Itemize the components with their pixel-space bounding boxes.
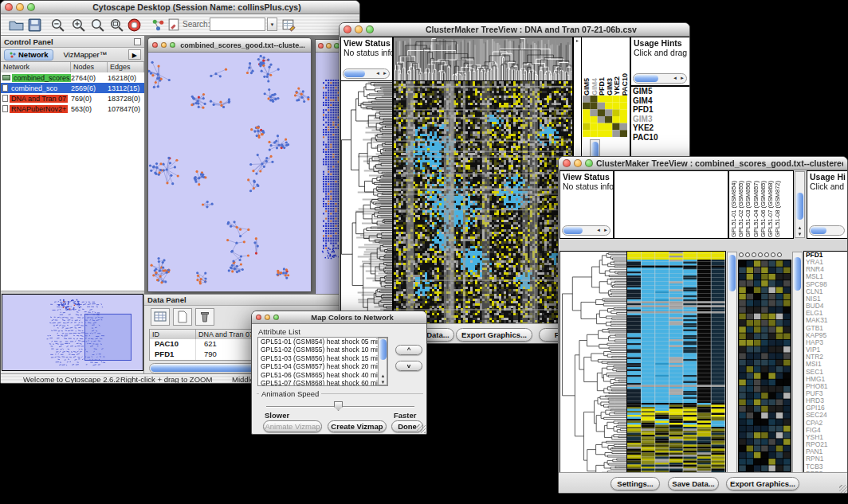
network-list-row[interactable]: combined_sco 2569(6) 13112(15) bbox=[1, 83, 144, 93]
attribute-list-item[interactable]: GPL51-07 (GSM868) heat shock 60 min bbox=[258, 379, 378, 386]
tv1-column-label[interactable]: GIM5 bbox=[584, 78, 591, 96]
window-controls[interactable] bbox=[5, 3, 35, 11]
new-attribute-icon[interactable] bbox=[173, 308, 192, 326]
vscroll-thumb[interactable] bbox=[379, 339, 387, 360]
tv1-row-dendrogram[interactable] bbox=[341, 81, 392, 323]
close-button[interactable] bbox=[344, 25, 351, 33]
create-vizmap-button[interactable]: Create Vizmap bbox=[328, 420, 387, 432]
expand-arrow-icon[interactable]: ▸ bbox=[574, 37, 581, 43]
tv2-column-label[interactable]: GPL51-02 (GSM855) bbox=[738, 181, 744, 237]
tv1-heatmap[interactable] bbox=[394, 81, 572, 323]
resize-grip[interactable] bbox=[839, 485, 848, 494]
tv2-column-dendrogram-area[interactable] bbox=[614, 171, 728, 238]
tv1-uh-scrollbar[interactable]: ◄► bbox=[633, 73, 687, 84]
treeview2-titlebar[interactable]: ClusterMaker TreeView : combined_scores_… bbox=[559, 157, 847, 170]
gene-list-item[interactable]: YKE2 bbox=[631, 123, 689, 133]
tv2-column-label[interactable]: GPL51-06 (GSM865) bbox=[760, 181, 767, 237]
tv2-column-label[interactable]: GPL51-07 (GSM868) bbox=[768, 181, 774, 237]
treeview1-titlebar[interactable]: ClusterMaker TreeView : DNA and Tran 07-… bbox=[340, 23, 689, 37]
minimize-button[interactable] bbox=[16, 3, 24, 11]
network-list-row[interactable]: DNA and Tran 07 769(0) 183728(0) bbox=[1, 93, 144, 104]
network-view1-titlebar[interactable]: combined_scores_good.txt--cluste... bbox=[148, 38, 311, 53]
attribute-list-item[interactable]: GPL51-06 (GSM865) heat shock 40 min bbox=[258, 371, 378, 379]
zoom-button[interactable] bbox=[27, 3, 35, 11]
tv2-zoom-heatmap[interactable] bbox=[739, 260, 791, 485]
close-button[interactable] bbox=[563, 159, 571, 167]
network-view1-canvas[interactable] bbox=[148, 53, 311, 292]
tv2-save-data-button[interactable]: Save Data... bbox=[668, 477, 719, 490]
move-down-button[interactable]: v bbox=[395, 361, 422, 371]
attribute-list-item[interactable]: GPL51-04 (GSM857) heat shock 20 min bbox=[258, 362, 378, 370]
tv1-column-label[interactable]: PFD1 bbox=[599, 77, 606, 96]
tv2-labels-vscrollbar[interactable]: ▲ ▼ bbox=[795, 171, 805, 238]
tv2-heatmap-vscrollbar[interactable] bbox=[727, 252, 737, 486]
scroll-right-icon[interactable]: ► bbox=[679, 74, 685, 83]
animate-vizmap-button[interactable]: Animate Vizmap bbox=[263, 420, 322, 432]
zoom-out-icon[interactable] bbox=[49, 16, 66, 33]
gene-list-item[interactable]: GIM4 bbox=[631, 96, 689, 106]
column-header-edges[interactable]: Edges bbox=[108, 62, 144, 72]
tv2-uh-scrollbar[interactable] bbox=[809, 225, 845, 236]
scroll-down-icon[interactable]: ▼ bbox=[379, 380, 387, 385]
delete-attribute-icon[interactable] bbox=[195, 308, 214, 326]
scroll-up-icon[interactable]: ▲ bbox=[379, 373, 387, 378]
gene-list-item[interactable]: GIM5 bbox=[631, 87, 689, 96]
tv1-column-label[interactable]: GIM4 bbox=[592, 78, 599, 96]
tv2-vs-scrollbar[interactable]: ◄► bbox=[562, 225, 610, 236]
attribute-table-icon[interactable] bbox=[280, 16, 297, 33]
attribute-list-item[interactable]: GPL51-02 (GSM855) heat shock 10 min bbox=[258, 346, 378, 354]
tv1-global-heatmap[interactable] bbox=[583, 96, 627, 137]
scroll-down-icon[interactable]: ▼ bbox=[795, 232, 804, 236]
zoom-fit-icon[interactable] bbox=[108, 16, 125, 33]
open-file-button[interactable] bbox=[7, 16, 25, 33]
attribute-list-item[interactable]: GPL51-03 (GSM856) heat shock 15 min bbox=[258, 354, 378, 362]
tv2-column-label[interactable]: GPL51-01 (GSM854) bbox=[731, 181, 737, 237]
vscroll-thumb[interactable] bbox=[728, 255, 736, 291]
resize-grip[interactable] bbox=[417, 424, 426, 433]
scroll-left-icon[interactable]: ◄ bbox=[595, 226, 602, 235]
scroll-left-icon[interactable]: ◄ bbox=[375, 69, 381, 78]
column-dot-icon[interactable] bbox=[777, 252, 782, 257]
zoom-selected-icon[interactable] bbox=[88, 16, 106, 33]
float-panel-icon[interactable] bbox=[134, 38, 141, 45]
main-titlebar[interactable]: Cytoscape Desktop (Session Name: collins… bbox=[1, 1, 359, 14]
gene-list-item[interactable]: PFD1 bbox=[631, 105, 689, 115]
minimize-button[interactable] bbox=[161, 42, 167, 48]
attribute-select-icon[interactable] bbox=[151, 308, 170, 326]
close-button[interactable] bbox=[256, 315, 261, 320]
scroll-up-icon[interactable]: ▲ bbox=[795, 225, 804, 230]
gene-list-item[interactable]: GIM3 bbox=[631, 115, 689, 124]
tv2-export-graphics-button[interactable]: Export Graphics... bbox=[726, 477, 799, 490]
zoom-button[interactable] bbox=[585, 159, 593, 167]
network-list-row[interactable]: combined_scores 2764(0) 16218(0) bbox=[1, 72, 144, 83]
tv2-heatmap[interactable] bbox=[627, 252, 725, 486]
minimize-button[interactable] bbox=[326, 43, 332, 49]
tv2-column-label[interactable]: GPL51-03 (GSM856) bbox=[745, 181, 752, 237]
scroll-right-icon[interactable]: ► bbox=[603, 226, 609, 235]
zoom-in-icon[interactable] bbox=[69, 16, 87, 33]
vscroll-thumb[interactable] bbox=[794, 257, 801, 291]
column-header-network[interactable]: Network bbox=[1, 62, 71, 72]
zoom-button[interactable] bbox=[273, 315, 279, 320]
tv2-column-label[interactable]: GPL51-08 (GSM872) bbox=[775, 181, 781, 237]
tab-network[interactable]: Network bbox=[4, 49, 53, 61]
tv1-column-label[interactable]: YKE2 bbox=[614, 76, 621, 96]
tv1-vs-scrollbar[interactable]: ◄► bbox=[343, 68, 390, 79]
dialog-titlebar[interactable]: Map Colors to Network bbox=[252, 311, 426, 324]
minimize-button[interactable] bbox=[574, 159, 582, 167]
network-tool-icon[interactable] bbox=[149, 16, 167, 33]
column-dot-icon[interactable] bbox=[745, 252, 750, 257]
network-list-row[interactable]: RNAPuberNov2+ 563(0) 107847(0) bbox=[1, 104, 144, 114]
tabs-more-button[interactable]: ▶ bbox=[128, 49, 141, 60]
tv1-column-label[interactable]: GIM3 bbox=[607, 78, 614, 96]
attr-col-id[interactable]: ID bbox=[150, 330, 196, 339]
tv2-zoom-vscrollbar[interactable]: ▲ ▼ bbox=[792, 252, 803, 486]
column-dot-icon[interactable] bbox=[752, 252, 756, 257]
tv2-row-dendrogram[interactable] bbox=[560, 252, 626, 486]
attribute-list-vscrollbar[interactable]: ▲ ▼ bbox=[378, 338, 387, 385]
tv1-column-dendrogram[interactable] bbox=[394, 37, 572, 80]
tv1-export-graphics-button[interactable]: Export Graphics... bbox=[456, 328, 532, 342]
help-lifering-icon[interactable] bbox=[125, 16, 143, 33]
minimize-button[interactable] bbox=[265, 315, 270, 320]
tv2-column-label[interactable]: GPL51-04 (GSM857) bbox=[753, 181, 760, 237]
